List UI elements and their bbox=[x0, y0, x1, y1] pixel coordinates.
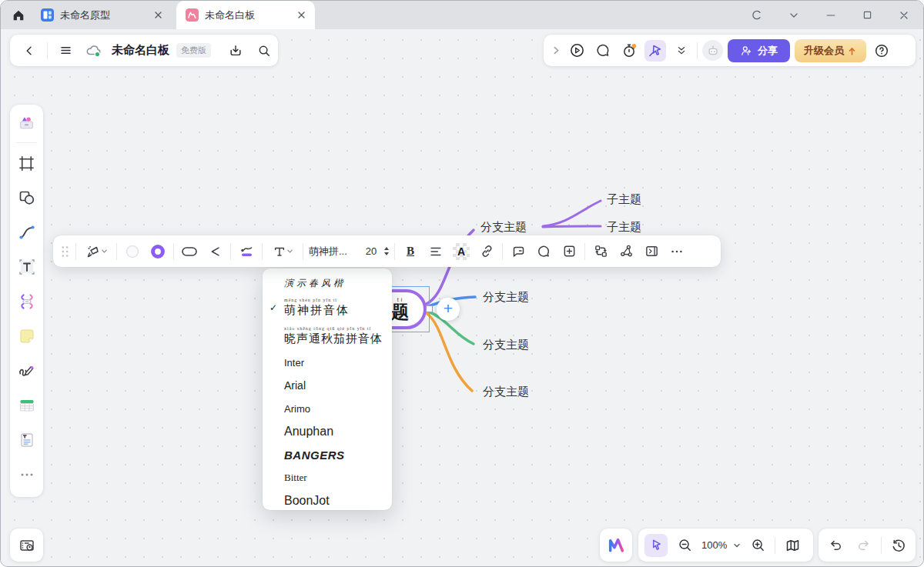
font-option-selected[interactable]: ✓ měng shén pīn yīn tǐ 萌神拼音体 bbox=[263, 294, 392, 322]
close-tab-icon[interactable] bbox=[154, 11, 162, 19]
laser-pointer-icon bbox=[648, 43, 663, 58]
font-option[interactable]: Bitter bbox=[263, 466, 392, 489]
link-button[interactable] bbox=[477, 242, 497, 262]
node-shape-button[interactable] bbox=[179, 242, 199, 262]
branch-topic-label[interactable]: 分支主题 bbox=[480, 220, 527, 235]
font-option[interactable]: Inter bbox=[263, 351, 392, 374]
share-nodes-button[interactable] bbox=[616, 242, 636, 262]
comment-button[interactable] bbox=[508, 242, 528, 262]
ai-assistant-avatar[interactable] bbox=[702, 40, 723, 61]
export-button[interactable] bbox=[225, 40, 246, 62]
quick-style-icon bbox=[85, 244, 101, 259]
zoom-level[interactable]: 100% bbox=[701, 539, 727, 551]
fill-color-icon bbox=[125, 244, 140, 259]
version-history-button[interactable] bbox=[888, 535, 909, 556]
quick-style-button[interactable] bbox=[82, 242, 111, 262]
minimap-panel-button[interactable] bbox=[10, 529, 43, 562]
more-options-button[interactable] bbox=[667, 242, 687, 262]
templates-tool[interactable] bbox=[16, 112, 38, 133]
font-option[interactable]: 演示春风楷 bbox=[263, 272, 392, 294]
maximize-icon[interactable] bbox=[862, 9, 873, 21]
selection-handle[interactable] bbox=[426, 305, 433, 312]
close-window-icon[interactable] bbox=[898, 9, 910, 22]
font-size-value[interactable]: 20 bbox=[363, 245, 379, 257]
zoom-in-button[interactable] bbox=[747, 535, 768, 556]
sticky-note-tool[interactable] bbox=[16, 325, 38, 347]
border-color-button[interactable] bbox=[148, 242, 168, 262]
minimap-button[interactable] bbox=[782, 535, 803, 556]
connector-tool[interactable] bbox=[16, 222, 38, 243]
drag-handle[interactable] bbox=[60, 245, 70, 258]
undo-button[interactable] bbox=[825, 535, 846, 556]
speech-bubble-icon bbox=[536, 244, 551, 259]
undo-icon bbox=[829, 538, 843, 552]
panel-open-icon bbox=[644, 244, 659, 258]
sub-topic-label[interactable]: 子主题 bbox=[607, 192, 641, 207]
branch-topic-label[interactable]: 分支主题 bbox=[483, 290, 529, 305]
cloud-saved-icon bbox=[85, 43, 102, 58]
home-icon bbox=[12, 8, 25, 22]
branch-topic-label[interactable]: 分支主题 bbox=[483, 385, 529, 399]
hamburger-icon bbox=[59, 44, 72, 57]
select-tool-button[interactable] bbox=[644, 534, 668, 557]
font-option[interactable]: Arimo bbox=[263, 397, 392, 420]
back-button[interactable] bbox=[18, 40, 40, 62]
font-option[interactable]: BoonJot bbox=[263, 489, 392, 510]
bubble-button[interactable] bbox=[534, 242, 554, 262]
refresh-icon[interactable] bbox=[750, 8, 763, 22]
close-tab-icon[interactable] bbox=[297, 11, 306, 19]
search-button[interactable] bbox=[253, 40, 275, 62]
shapes-tool[interactable] bbox=[16, 187, 38, 208]
text-style-button[interactable] bbox=[268, 242, 297, 262]
laser-pointer-button[interactable] bbox=[644, 40, 666, 62]
mindmap-tool[interactable] bbox=[16, 291, 38, 312]
timer-button[interactable] bbox=[618, 40, 640, 62]
font-option[interactable]: Anuphan bbox=[263, 420, 392, 443]
branch-style-button[interactable] bbox=[205, 242, 225, 262]
window-controls bbox=[750, 1, 910, 29]
whiteboard-canvas[interactable]: 分支主题 分支主题 分支主题 分支主题 子主题 子主题 zhǔ tí 主题 + bbox=[1, 29, 924, 567]
frame-tool[interactable] bbox=[16, 152, 38, 174]
redo-button[interactable] bbox=[852, 535, 874, 556]
add-node-button[interactable] bbox=[559, 242, 579, 262]
table-tool[interactable] bbox=[16, 395, 38, 416]
comments-button[interactable] bbox=[592, 40, 614, 62]
collapse-toolbar-button[interactable] bbox=[671, 40, 692, 62]
upgrade-button[interactable]: 升级会员 bbox=[795, 39, 866, 62]
more-tools[interactable] bbox=[16, 464, 38, 485]
zoom-chevron-icon[interactable] bbox=[733, 542, 741, 549]
font-size-stepper[interactable] bbox=[384, 247, 389, 255]
share-button[interactable]: 分享 bbox=[728, 39, 790, 62]
font-option[interactable]: Arial bbox=[263, 374, 392, 397]
text-tool[interactable] bbox=[16, 256, 38, 278]
help-button[interactable] bbox=[871, 40, 892, 62]
tab-untitled-board[interactable]: 未命名白板 bbox=[176, 1, 315, 29]
sub-topic-label[interactable]: 子主题 bbox=[607, 220, 641, 235]
chevron-down-icon[interactable] bbox=[788, 9, 800, 22]
font-option[interactable]: xiǎo shēng tōng qiū qié pīn yīn tǐ 晓声通秋茄… bbox=[263, 322, 392, 351]
minimize-icon[interactable] bbox=[825, 9, 837, 22]
branch-topic-label[interactable]: 分支主题 bbox=[483, 338, 529, 352]
document-tool[interactable] bbox=[16, 429, 38, 451]
home-button[interactable] bbox=[10, 7, 27, 24]
font-family-select[interactable]: 萌神拼... bbox=[309, 245, 358, 258]
main-menu-button[interactable] bbox=[55, 40, 76, 62]
add-branch-button[interactable]: + bbox=[437, 298, 460, 321]
fill-color-button[interactable] bbox=[122, 242, 142, 262]
align-button[interactable] bbox=[426, 242, 446, 262]
pen-tool[interactable] bbox=[16, 360, 38, 382]
branch-color-button[interactable] bbox=[236, 242, 256, 262]
zoom-out-button[interactable] bbox=[674, 535, 695, 556]
tab-untitled-prototype[interactable]: 未命名原型 bbox=[32, 1, 172, 29]
bold-button[interactable]: B bbox=[400, 242, 420, 262]
history-toolbar bbox=[819, 529, 916, 562]
app-logo-button[interactable] bbox=[600, 529, 632, 562]
font-color-button[interactable]: A bbox=[451, 242, 471, 262]
document-title[interactable]: 未命名白板 bbox=[112, 43, 169, 58]
back-chevron-icon bbox=[23, 45, 35, 57]
present-button[interactable] bbox=[566, 40, 588, 62]
collapse-chevron-right-icon[interactable] bbox=[551, 45, 561, 55]
font-option[interactable]: BANGERS bbox=[263, 443, 392, 466]
open-panel-button[interactable] bbox=[641, 242, 661, 262]
relation-button[interactable] bbox=[591, 242, 611, 262]
